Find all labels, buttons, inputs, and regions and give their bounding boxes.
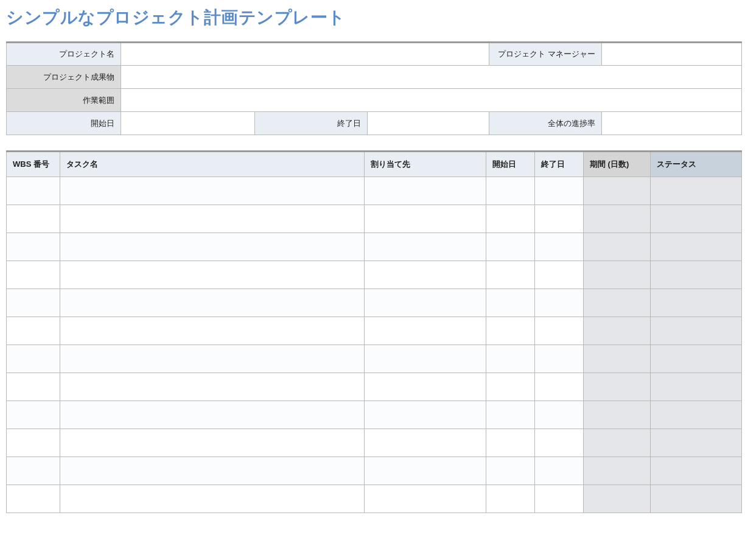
- task-end-input[interactable]: [535, 317, 583, 345]
- task-status-input[interactable]: [651, 317, 741, 345]
- task-start-input[interactable]: [486, 345, 534, 373]
- task-assignee-input[interactable]: [365, 457, 486, 485]
- task-task-input[interactable]: [60, 317, 364, 345]
- task-assignee-input[interactable]: [365, 317, 486, 345]
- task-assignee-input[interactable]: [365, 373, 486, 401]
- task-start-input[interactable]: [486, 205, 534, 233]
- task-status-input[interactable]: [651, 373, 741, 401]
- task-end-input[interactable]: [535, 289, 583, 317]
- task-end-input[interactable]: [535, 485, 583, 513]
- task-task-input[interactable]: [60, 345, 364, 373]
- table-row: [7, 261, 742, 289]
- task-status-input[interactable]: [651, 261, 741, 289]
- end-date-input[interactable]: [368, 112, 489, 135]
- task-task-input[interactable]: [60, 429, 364, 457]
- table-row: [7, 205, 742, 233]
- task-assignee-input[interactable]: [365, 485, 486, 513]
- task-end-input[interactable]: [535, 177, 583, 205]
- task-start-input[interactable]: [486, 261, 534, 289]
- project-manager-label: プロジェクト マネージャー: [489, 43, 602, 66]
- task-task-input[interactable]: [60, 373, 364, 401]
- task-duration-input[interactable]: [584, 457, 650, 485]
- task-task-input[interactable]: [60, 205, 364, 233]
- task-wbs-input[interactable]: [7, 457, 60, 485]
- task-duration-input[interactable]: [584, 345, 650, 373]
- task-task-input[interactable]: [60, 401, 364, 429]
- task-task-input[interactable]: [60, 233, 364, 261]
- task-duration-input[interactable]: [584, 261, 650, 289]
- task-task-input[interactable]: [60, 261, 364, 289]
- task-start-input[interactable]: [486, 317, 534, 345]
- task-wbs-input[interactable]: [7, 485, 60, 513]
- task-duration-input[interactable]: [584, 205, 650, 233]
- task-assignee-input[interactable]: [365, 233, 486, 261]
- task-status-input[interactable]: [651, 457, 741, 485]
- task-status-input[interactable]: [651, 401, 741, 429]
- task-duration-input[interactable]: [584, 485, 650, 513]
- task-start-input[interactable]: [486, 289, 534, 317]
- task-assignee-input[interactable]: [365, 177, 486, 205]
- task-wbs-input[interactable]: [7, 373, 60, 401]
- table-row: [7, 401, 742, 429]
- task-wbs-input[interactable]: [7, 205, 60, 233]
- task-status-input[interactable]: [651, 485, 741, 513]
- task-start-input[interactable]: [486, 457, 534, 485]
- task-wbs-input[interactable]: [7, 429, 60, 457]
- task-start-input[interactable]: [486, 233, 534, 261]
- deliverable-input[interactable]: [121, 66, 741, 88]
- task-duration-input[interactable]: [584, 317, 650, 345]
- task-start-input[interactable]: [486, 401, 534, 429]
- task-end-input[interactable]: [535, 457, 583, 485]
- task-task-input[interactable]: [60, 177, 364, 205]
- task-assignee-input[interactable]: [365, 289, 486, 317]
- task-duration-input[interactable]: [584, 429, 650, 457]
- task-task-input[interactable]: [60, 485, 364, 513]
- task-wbs-input[interactable]: [7, 289, 60, 317]
- task-assignee-input[interactable]: [365, 401, 486, 429]
- task-status-input[interactable]: [651, 233, 741, 261]
- task-wbs-input[interactable]: [7, 233, 60, 261]
- task-task-input[interactable]: [60, 289, 364, 317]
- task-end-input[interactable]: [535, 429, 583, 457]
- task-status-input[interactable]: [651, 345, 741, 373]
- scope-input[interactable]: [121, 89, 741, 111]
- task-task-input[interactable]: [60, 457, 364, 485]
- task-duration-input[interactable]: [584, 373, 650, 401]
- task-end-input[interactable]: [535, 373, 583, 401]
- task-end-input[interactable]: [535, 205, 583, 233]
- task-status-input[interactable]: [651, 205, 741, 233]
- task-duration-input[interactable]: [584, 233, 650, 261]
- task-status-input[interactable]: [651, 289, 741, 317]
- task-duration-input[interactable]: [584, 289, 650, 317]
- task-wbs-input[interactable]: [7, 345, 60, 373]
- task-duration-input[interactable]: [584, 177, 650, 205]
- task-start-input[interactable]: [486, 373, 534, 401]
- task-assignee-input[interactable]: [365, 205, 486, 233]
- task-assignee-input[interactable]: [365, 429, 486, 457]
- start-date-input[interactable]: [121, 112, 254, 135]
- task-start-input[interactable]: [486, 429, 534, 457]
- progress-label: 全体の進捗率: [489, 112, 602, 135]
- task-start-input[interactable]: [486, 485, 534, 513]
- task-start-input[interactable]: [486, 177, 534, 205]
- task-end-input[interactable]: [535, 401, 583, 429]
- task-end-input[interactable]: [535, 261, 583, 289]
- task-wbs-input[interactable]: [7, 317, 60, 345]
- col-status: ステータス: [651, 152, 742, 177]
- task-assignee-input[interactable]: [365, 261, 486, 289]
- task-wbs-input[interactable]: [7, 261, 60, 289]
- task-status-input[interactable]: [651, 177, 741, 205]
- col-wbs: WBS 番号: [7, 152, 60, 177]
- task-status-input[interactable]: [651, 429, 741, 457]
- task-end-input[interactable]: [535, 233, 583, 261]
- task-duration-input[interactable]: [584, 401, 650, 429]
- col-assignee: 割り当て先: [365, 152, 486, 177]
- scope-label: 作業範囲: [7, 89, 121, 112]
- project-name-input[interactable]: [121, 43, 489, 65]
- task-wbs-input[interactable]: [7, 401, 60, 429]
- task-assignee-input[interactable]: [365, 345, 486, 373]
- project-manager-input[interactable]: [602, 43, 741, 65]
- task-end-input[interactable]: [535, 345, 583, 373]
- progress-input[interactable]: [602, 112, 741, 135]
- task-wbs-input[interactable]: [7, 177, 60, 205]
